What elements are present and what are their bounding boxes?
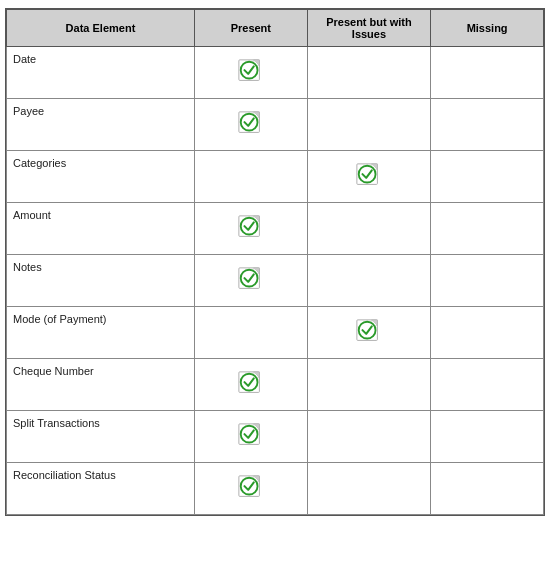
checkmark-icon	[237, 422, 265, 450]
svg-point-27	[241, 373, 258, 390]
checkmark-icon	[237, 266, 265, 294]
checkmark-icon	[355, 162, 383, 190]
table-row: Date	[7, 47, 544, 99]
issues-cell	[307, 151, 431, 203]
checkmark-icon	[355, 318, 383, 346]
missing-cell	[431, 203, 544, 255]
data-element-label: Reconciliation Status	[7, 463, 195, 515]
table-row: Split Transactions	[7, 411, 544, 463]
missing-cell	[431, 307, 544, 359]
svg-point-31	[241, 425, 258, 442]
table-row: Notes	[7, 255, 544, 307]
data-element-label: Mode (of Payment)	[7, 307, 195, 359]
data-element-label: Split Transactions	[7, 411, 195, 463]
header-data-element: Data Element	[7, 10, 195, 47]
missing-cell	[431, 359, 544, 411]
table-row: Payee	[7, 99, 544, 151]
issues-cell	[307, 47, 431, 99]
data-element-table: Data Element Present Present but with Is…	[5, 8, 545, 516]
svg-point-11	[359, 165, 376, 182]
data-element-label: Amount	[7, 203, 195, 255]
present-cell	[194, 359, 307, 411]
issues-cell	[307, 463, 431, 515]
checkmark-icon	[237, 110, 265, 138]
issues-cell	[307, 411, 431, 463]
issues-cell	[307, 203, 431, 255]
present-cell	[194, 99, 307, 151]
present-cell	[194, 255, 307, 307]
svg-point-19	[241, 269, 258, 286]
svg-point-7	[241, 113, 258, 130]
issues-cell	[307, 255, 431, 307]
checkmark-icon	[237, 474, 265, 502]
checkmark-icon	[237, 370, 265, 398]
table-row: Amount	[7, 203, 544, 255]
header-present: Present	[194, 10, 307, 47]
missing-cell	[431, 47, 544, 99]
present-cell	[194, 463, 307, 515]
issues-cell	[307, 99, 431, 151]
present-cell	[194, 307, 307, 359]
missing-cell	[431, 411, 544, 463]
header-missing: Missing	[431, 10, 544, 47]
table-row: Mode (of Payment)	[7, 307, 544, 359]
svg-point-35	[241, 477, 258, 494]
checkmark-icon	[237, 58, 265, 86]
issues-cell	[307, 307, 431, 359]
missing-cell	[431, 255, 544, 307]
table-row: Categories	[7, 151, 544, 203]
present-cell	[194, 203, 307, 255]
missing-cell	[431, 99, 544, 151]
data-element-label: Categories	[7, 151, 195, 203]
svg-point-15	[241, 217, 258, 234]
data-element-label: Payee	[7, 99, 195, 151]
missing-cell	[431, 463, 544, 515]
issues-cell	[307, 359, 431, 411]
data-element-label: Cheque Number	[7, 359, 195, 411]
svg-point-23	[359, 321, 376, 338]
checkmark-icon	[237, 214, 265, 242]
present-cell	[194, 47, 307, 99]
svg-point-3	[241, 61, 258, 78]
data-element-label: Date	[7, 47, 195, 99]
missing-cell	[431, 151, 544, 203]
present-cell	[194, 151, 307, 203]
present-cell	[194, 411, 307, 463]
table-row: Cheque Number	[7, 359, 544, 411]
table-row: Reconciliation Status	[7, 463, 544, 515]
header-present-issues: Present but with Issues	[307, 10, 431, 47]
data-element-label: Notes	[7, 255, 195, 307]
